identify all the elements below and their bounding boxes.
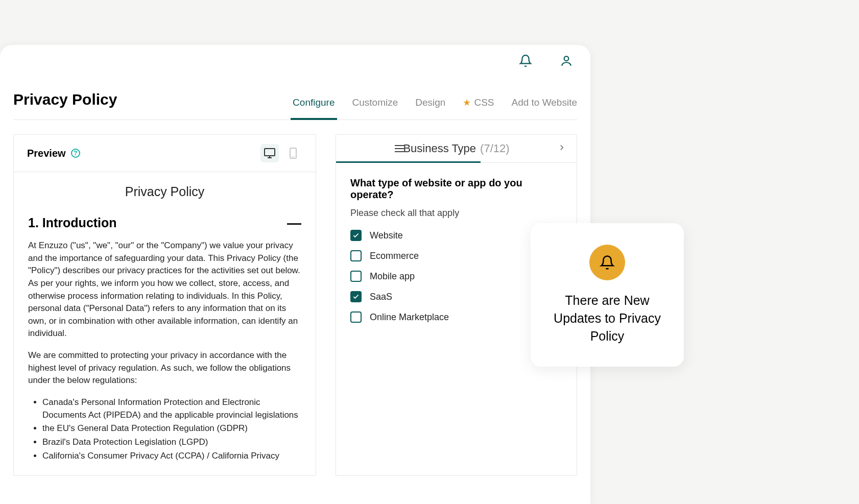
preview-content: Privacy Policy 1. Introduction — At Enzu… — [14, 172, 316, 475]
user-icon — [560, 54, 573, 67]
preview-header: Preview ? — [14, 135, 316, 172]
checkbox-label: Mobile app — [370, 271, 415, 282]
star-icon: ★ — [463, 97, 471, 108]
account-button[interactable] — [559, 53, 574, 68]
preview-panel: Preview ? Privacy Policy — [13, 134, 316, 476]
checkbox — [350, 250, 362, 261]
svg-point-0 — [564, 56, 569, 61]
notification-card[interactable]: There are New Updates to Privacy Policy — [531, 223, 684, 367]
content-area: Privacy Policy Configure Customize Desig… — [0, 45, 590, 476]
policy-bullet: Brazil's Data Protection Legislation (LG… — [42, 436, 301, 449]
notification-text: There are New Updates to Privacy Policy — [545, 292, 670, 345]
tab-css-label: CSS — [474, 97, 494, 108]
config-header[interactable]: Business Type (7/12) — [336, 135, 577, 163]
checkbox-label: Ecommerce — [370, 251, 419, 261]
policy-bullet-list: Canada's Personal Information Protection… — [28, 396, 301, 462]
policy-bullet: California's Consumer Privacy Act (CCPA)… — [42, 450, 301, 463]
tab-add-to-website[interactable]: Add to Website — [511, 97, 577, 119]
checkbox — [350, 271, 362, 282]
check-icon — [352, 232, 360, 239]
header-actions — [518, 53, 574, 68]
policy-bullet: Canada's Personal Information Protection… — [42, 396, 301, 421]
policy-title: Privacy Policy — [28, 184, 301, 199]
desktop-view-button[interactable] — [260, 144, 279, 162]
page-title: Privacy Policy — [13, 91, 117, 119]
mobile-view-button[interactable] — [284, 144, 302, 162]
tab-bar: Configure Customize Design ★ CSS Add to … — [293, 97, 577, 119]
preview-label: Preview — [27, 148, 66, 159]
checkbox — [350, 230, 362, 241]
chevron-right-icon — [557, 143, 566, 152]
policy-paragraph: We are committed to protecting your priv… — [28, 349, 301, 387]
checkbox — [350, 311, 362, 323]
desktop-icon — [264, 148, 276, 159]
notification-icon-wrap — [589, 245, 625, 280]
checkbox-label: SaaS — [370, 292, 392, 302]
notifications-button[interactable] — [518, 53, 533, 68]
next-section-button[interactable] — [557, 143, 566, 154]
tab-css[interactable]: ★ CSS — [463, 97, 494, 119]
config-progress: (7/12) — [480, 142, 509, 155]
app-window: Privacy Policy Configure Customize Desig… — [0, 45, 590, 504]
panels-row: Preview ? Privacy Policy — [13, 134, 577, 476]
config-question: What type of website or app do you opera… — [350, 177, 562, 201]
help-icon[interactable]: ? — [71, 149, 80, 158]
page-header: Privacy Policy Configure Customize Desig… — [13, 91, 577, 120]
section-header: 1. Introduction — — [28, 215, 301, 230]
config-subtitle: Please check all that apply — [350, 208, 562, 219]
checkbox-label: Online Marketplace — [370, 312, 449, 323]
mobile-icon — [289, 147, 297, 159]
menu-icon — [395, 145, 404, 152]
policy-paragraph: At Enzuzo ("us", "we", "our" or the "Com… — [28, 239, 301, 340]
bell-icon — [600, 255, 615, 270]
policy-bullet: the EU's General Data Protection Regulat… — [42, 422, 301, 435]
collapse-button[interactable]: — — [287, 216, 301, 230]
tab-configure[interactable]: Configure — [293, 97, 335, 119]
tab-customize[interactable]: Customize — [352, 97, 398, 119]
svg-rect-1 — [265, 149, 275, 156]
tab-design[interactable]: Design — [415, 97, 445, 119]
checkbox — [350, 291, 362, 302]
device-toggle — [260, 144, 302, 162]
section-title: 1. Introduction — [28, 215, 117, 230]
check-icon — [352, 293, 360, 300]
preview-title-wrap: Preview ? — [27, 148, 80, 159]
bell-icon — [519, 54, 532, 67]
checkbox-label: Website — [370, 230, 403, 241]
config-section-title: Business Type — [403, 142, 476, 155]
policy-text: At Enzuzo ("us", "we", "our" or the "Com… — [28, 239, 301, 462]
